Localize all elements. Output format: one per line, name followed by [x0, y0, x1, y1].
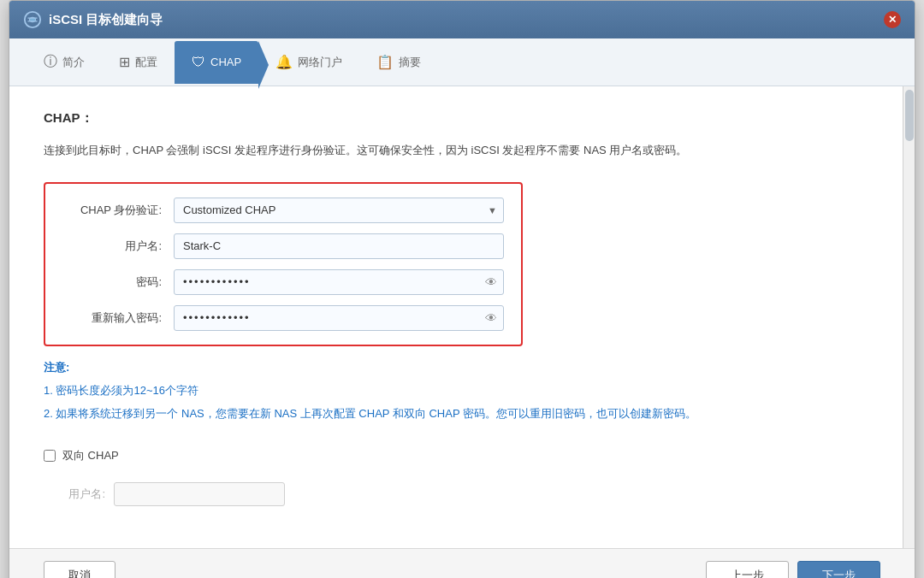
intro-icon: ⓘ — [44, 53, 57, 71]
bidirectional-chap-checkbox[interactable] — [44, 450, 56, 462]
confirm-password-label: 重新输入密码: — [62, 310, 174, 326]
main-window: iSCSI 目标创建向导 ✕ ⓘ 简介 ⊞ 配置 🛡 CHAP 🔔 网络门户 📋… — [9, 0, 915, 578]
nav-label-summary: 摘要 — [399, 55, 421, 70]
confirm-password-row: 重新输入密码: 👁 — [62, 305, 504, 331]
chap-auth-row: CHAP 身份验证: CHAP Customized CHAP None ▼ — [62, 198, 504, 223]
password-eye-icon[interactable]: 👁 — [485, 275, 497, 289]
scrollbar-thumb — [905, 90, 914, 141]
chap-form-box: CHAP 身份验证: CHAP Customized CHAP None ▼ 用… — [44, 182, 523, 346]
config-icon: ⊞ — [119, 54, 130, 70]
nav-item-chap[interactable]: 🛡 CHAP — [175, 41, 258, 84]
username-label: 用户名: — [62, 239, 174, 254]
note-section: 注意: 1. 密码长度必须为12~16个字符 2. 如果将系统迁移到另一个 NA… — [44, 360, 880, 428]
confirm-password-eye-icon[interactable]: 👁 — [485, 311, 497, 325]
window-title: iSCSI 目标创建向导 — [49, 12, 163, 28]
nav-label-intro: 简介 — [62, 55, 85, 70]
section-title: CHAP： — [44, 110, 880, 127]
password-input[interactable] — [174, 269, 504, 295]
chap-auth-label: CHAP 身份验证: — [62, 203, 174, 218]
sub-username-label: 用户名: — [62, 487, 114, 502]
note-item-1: 1. 密码长度必须为12~16个字符 — [44, 382, 880, 400]
cancel-button[interactable]: 取消 — [44, 561, 116, 578]
nav-item-summary[interactable]: 📋 摘要 — [359, 40, 438, 84]
bidirectional-chap-row: 双向 CHAP — [44, 448, 880, 463]
note-title: 注意: — [44, 360, 880, 375]
bidirectional-chap-label[interactable]: 双向 CHAP — [62, 448, 119, 463]
username-control — [174, 233, 504, 259]
note-item-2: 2. 如果将系统迁移到另一个 NAS，您需要在新 NAS 上再次配置 CHAP … — [44, 405, 880, 423]
sub-username-row: 用户名: — [62, 482, 880, 506]
footer: 取消 上一步 下一步 — [9, 548, 915, 578]
password-row: 密码: 👁 — [62, 269, 504, 295]
scrollbar[interactable] — [903, 86, 915, 548]
nav-item-portal[interactable]: 🔔 网络门户 — [258, 40, 359, 84]
portal-icon: 🔔 — [275, 54, 293, 70]
title-bar-left: iSCSI 目标创建向导 — [23, 10, 163, 29]
title-bar: iSCSI 目标创建向导 ✕ — [9, 1, 915, 38]
nav-label-chap: CHAP — [210, 56, 241, 68]
chap-icon: 🛡 — [192, 55, 205, 70]
app-icon — [23, 10, 42, 29]
summary-icon: 📋 — [376, 54, 394, 70]
chap-auth-control: CHAP Customized CHAP None ▼ — [174, 198, 504, 223]
nav-label-portal: 网络门户 — [298, 55, 342, 70]
username-input[interactable] — [174, 233, 504, 259]
password-control: 👁 — [174, 269, 504, 295]
sub-username-input[interactable] — [114, 482, 285, 506]
nav-item-intro[interactable]: ⓘ 简介 — [27, 39, 102, 85]
description-text: 连接到此目标时，CHAP 会强制 iSCSI 发起程序进行身份验证。这可确保安全… — [44, 142, 880, 160]
confirm-password-input[interactable] — [174, 305, 504, 331]
nav-label-config: 配置 — [135, 55, 157, 70]
next-button[interactable]: 下一步 — [797, 561, 880, 578]
close-button[interactable]: ✕ — [884, 11, 901, 28]
confirm-password-control: 👁 — [174, 305, 504, 331]
footer-right-buttons: 上一步 下一步 — [706, 561, 880, 578]
chap-auth-select-wrapper: CHAP Customized CHAP None ▼ — [174, 198, 504, 223]
prev-button[interactable]: 上一步 — [706, 561, 789, 578]
chap-auth-select[interactable]: CHAP Customized CHAP None — [174, 198, 504, 223]
nav-item-config[interactable]: ⊞ 配置 — [102, 40, 175, 84]
password-label: 密码: — [62, 274, 174, 290]
username-row: 用户名: — [62, 233, 504, 259]
content-area: CHAP： 连接到此目标时，CHAP 会强制 iSCSI 发起程序进行身份验证。… — [9, 86, 915, 548]
nav-bar: ⓘ 简介 ⊞ 配置 🛡 CHAP 🔔 网络门户 📋 摘要 — [9, 38, 915, 86]
